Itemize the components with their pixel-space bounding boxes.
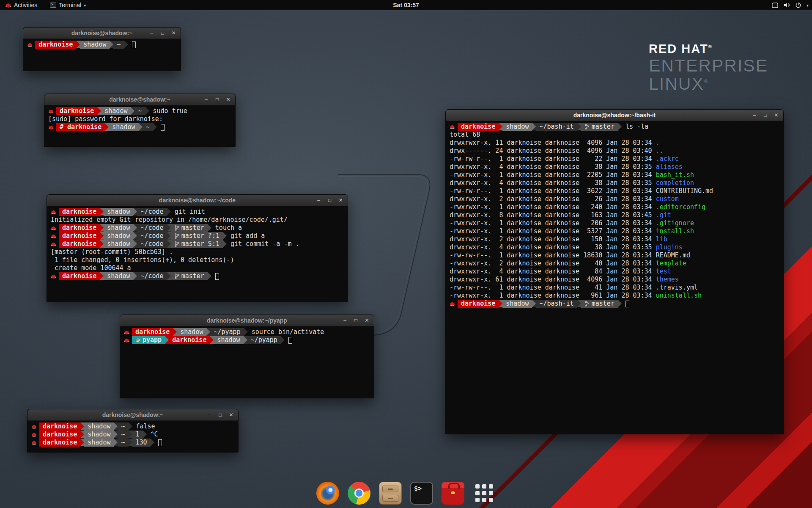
segment-text: ~ [121, 422, 125, 431]
files-icon [379, 482, 402, 505]
close-button[interactable]: ✕ [171, 30, 176, 36]
minimize-button[interactable]: – [342, 318, 348, 323]
window-titlebar[interactable]: darknoise@shadow:~/code–□✕ [47, 195, 348, 206]
prompt-line: darknoiseshadow~/bash-itmasterls -la [450, 123, 779, 131]
firefox-icon [316, 482, 339, 505]
file-attributes: -rwxrwxr-x. 1 darknoise darknoise 961 Ja… [450, 292, 656, 300]
maximize-button[interactable]: □ [160, 30, 165, 36]
close-button[interactable]: ✕ [225, 97, 231, 102]
segment-text: darknoise [38, 41, 73, 49]
dock-item-files[interactable] [379, 482, 402, 505]
chevron-down-icon[interactable]: ▾ [807, 3, 809, 8]
terminal-screen[interactable]: darknoiseshadow~/codegit initInitialized… [47, 206, 348, 302]
powerline-separator [208, 224, 211, 232]
prompt-segment-path: ~ [118, 422, 128, 431]
window-controls: –□✕ [316, 195, 343, 206]
terminal-screen[interactable]: darknoiseshadow~/bash-itmasterls -latota… [446, 121, 783, 434]
dock-item-toolbox[interactable] [442, 482, 464, 505]
maximize-button[interactable]: □ [763, 113, 768, 118]
close-button[interactable]: ✕ [228, 412, 234, 417]
minimize-button[interactable]: – [316, 198, 321, 203]
powerline-separator [100, 240, 104, 248]
maximize-button[interactable]: □ [353, 318, 359, 323]
python-icon [135, 337, 143, 343]
branch-icon [174, 225, 181, 231]
power-icon[interactable] [795, 2, 801, 8]
minimize-button[interactable]: – [752, 113, 757, 118]
segment-text: ~/pyapp [214, 328, 240, 336]
dock-item-chrome[interactable] [348, 482, 370, 505]
terminal-screen[interactable]: darknoiseshadow~sudo true[sudo] password… [44, 105, 235, 146]
prompt-line: darknoiseshadow~/pyappsource bin/activat… [124, 328, 370, 336]
file-attributes: drwxrwxr-x. 2 darknoise darknoise 26 Jan… [450, 195, 656, 203]
maximize-button[interactable]: □ [327, 198, 332, 203]
redhat-prompt-icon [450, 300, 455, 308]
desktop: RED HAT® ENTERPRISE LINUX® darknoise@sha… [0, 0, 812, 508]
maximize-button[interactable]: □ [214, 97, 220, 102]
volume-icon[interactable] [783, 2, 790, 8]
dock-item-app-grid[interactable] [473, 482, 496, 505]
prompt-line: pyappdarknoiseshadow~/pyapp [124, 336, 370, 344]
prompt-segment-host: shadow [177, 328, 206, 336]
prompt-segment-user: darknoise [59, 224, 100, 232]
segment-text: shadow [88, 431, 110, 439]
window-titlebar[interactable]: darknoise@shadow:~/bash-it–□✕ [446, 110, 783, 121]
powerline-separator [145, 107, 149, 115]
powerline-separator [165, 336, 169, 344]
window-title: darknoise@shadow:~ [102, 411, 164, 418]
prompt-segment-git: master [171, 224, 208, 232]
dock-item-firefox[interactable] [316, 482, 339, 505]
file-name: .travis.yml [656, 284, 698, 292]
close-button[interactable]: ✕ [338, 198, 343, 203]
segment-text: shadow [107, 232, 130, 240]
app-menu-terminal[interactable]: Terminal ▾ [45, 0, 91, 10]
window-titlebar[interactable]: darknoise@shadow:~–□✕ [23, 28, 181, 39]
terminal-screen[interactable]: darknoiseshadow~falsedarknoiseshadow~1^C… [27, 421, 238, 452]
prompt-segment-user: darknoise [59, 240, 100, 248]
terminal-cursor [161, 124, 165, 131]
terminal-screen[interactable]: darknoiseshadow~/pyappsource bin/activat… [120, 326, 374, 398]
tray-icon[interactable] [772, 3, 778, 8]
prompt-segment-user: darknoise [39, 422, 80, 431]
segment-text: shadow [107, 272, 130, 280]
powerline-separator [100, 232, 104, 240]
maximize-button[interactable]: □ [217, 412, 223, 417]
prompt-segment-path: ~/code [137, 272, 167, 280]
window-titlebar[interactable]: darknoise@shadow:~–□✕ [27, 409, 238, 421]
output-text: create mode 100644 a [51, 264, 131, 272]
minimize-button[interactable]: – [203, 97, 209, 102]
close-button[interactable]: ✕ [364, 318, 370, 323]
file-attributes: drwxrwxr-x. 2 darknoise darknoise 150 Ja… [450, 235, 656, 243]
terminal-output-line: [master (root-commit) 50bcb63] . [51, 248, 344, 256]
powerline-separator [129, 439, 132, 446]
terminal-cursor [132, 41, 136, 48]
prompt-segment-user: darknoise [56, 107, 97, 115]
dock-item-terminal[interactable]: $> [410, 482, 433, 505]
file-name: template [656, 260, 686, 268]
powerline-separator [153, 123, 157, 131]
clock[interactable]: Sat 03:57 [393, 2, 419, 8]
prompt-segment-user: darknoise [169, 336, 210, 344]
segment-text: master ?:1 [181, 232, 219, 240]
segment-text: darknoise [62, 208, 96, 216]
window-titlebar[interactable]: darknoise@shadow:~/pyapp–□✕ [120, 315, 374, 326]
segment-text: shadow [180, 328, 203, 336]
terminal-output-line: 1 file changed, 0 insertions(+), 0 delet… [51, 256, 344, 264]
minimize-button[interactable]: – [206, 412, 212, 417]
terminal-screen[interactable]: darknoiseshadow~ [23, 39, 181, 71]
prompt-segment-user: darknoise [39, 431, 80, 439]
close-button[interactable]: ✕ [774, 113, 779, 118]
segment-text: darknoise [62, 224, 96, 232]
powerline-separator [133, 240, 137, 248]
segment-text: darknoise [172, 336, 206, 344]
file-name: README.md [656, 251, 690, 260]
powerline-separator [133, 208, 137, 215]
window-title: darknoise@shadow:~/pyapp [207, 317, 287, 324]
minimize-button[interactable]: – [149, 30, 154, 36]
file-name: . [656, 139, 660, 147]
command-text: git init [175, 208, 205, 216]
window-titlebar[interactable]: darknoise@shadow:~–□✕ [44, 94, 235, 105]
window-controls: –□✕ [149, 28, 176, 39]
activities-button[interactable]: Activities [0, 0, 42, 10]
segment-text: shadow [112, 123, 135, 131]
